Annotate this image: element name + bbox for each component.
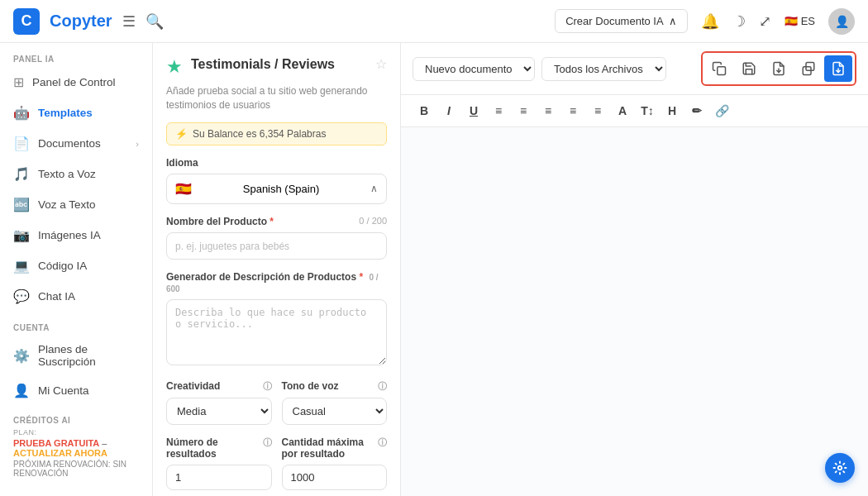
sidebar-item-texto-a-voz[interactable]: 🎵 Texto a Voz — [0, 159, 152, 189]
document-icon: 📄 — [13, 136, 30, 151]
sidebar-item-imagenes-ia[interactable]: 📷 Imágenes IA — [0, 220, 152, 250]
download-doc-icon[interactable] — [765, 55, 793, 82]
bell-icon[interactable]: 🔔 — [701, 12, 719, 31]
sidebar-item-templates[interactable]: 🤖 Templates — [0, 98, 152, 128]
logo-box: C — [13, 8, 40, 35]
description-label: Generador de Descripción de Productos * … — [166, 271, 387, 294]
all-files-select[interactable]: Todos los Archivos — [541, 57, 666, 81]
active-doc-icon[interactable] — [824, 55, 852, 82]
editor-panel: Nuevo documento Todos los Archivos — [401, 43, 868, 496]
numero-input[interactable] — [166, 465, 272, 490]
cantidad-info-icon[interactable]: ⓘ — [378, 436, 387, 460]
create-doc-button[interactable]: Crear Documento IA ∧ — [555, 9, 688, 33]
cuenta-section-label: CUENTA — [0, 312, 152, 336]
user-avatar[interactable]: 👤 — [828, 8, 855, 35]
sidebar-item-label: Imágenes IA — [38, 229, 101, 241]
required-mark2: * — [359, 271, 363, 283]
cantidad-label: Cantidad máxima por resultado ⓘ — [282, 436, 388, 460]
underline-button[interactable]: U — [462, 100, 485, 122]
duplicate-doc-icon[interactable] — [794, 55, 823, 82]
favorite-star-icon[interactable]: ☆ — [375, 56, 387, 72]
align-center-button[interactable]: ≡ — [512, 100, 535, 122]
template-title: Testimonials / Reviews — [191, 56, 335, 72]
tono-select[interactable]: Casual — [282, 398, 388, 425]
sidebar-item-label: Texto a Voz — [38, 168, 96, 180]
subscription-icon: ⚙️ — [13, 348, 30, 364]
pen-button[interactable]: ✏ — [685, 100, 708, 122]
justify-button[interactable]: ≡ — [561, 100, 584, 122]
menu-icon[interactable]: ☰ — [122, 12, 136, 31]
editor-toolbar-top: Nuevo documento Todos los Archivos — [401, 43, 868, 95]
creatividad-select[interactable]: Media — [166, 398, 272, 425]
tono-info-icon[interactable]: ⓘ — [378, 380, 387, 393]
sidebar-item-mi-cuenta[interactable]: 👤 Mi Cuenta — [0, 375, 152, 406]
sidebar-item-planes[interactable]: ⚙️ Planes de Suscripción — [0, 336, 152, 375]
sidebar-item-label: Voz a Texto — [38, 198, 96, 211]
sidebar-item-chat-ia[interactable]: 💬 Chat IA — [0, 281, 152, 312]
ai-floating-button[interactable] — [825, 453, 855, 483]
heading-button[interactable]: H — [661, 100, 684, 122]
bold-button[interactable]: B — [413, 100, 436, 122]
plan-label: PLAN: — [13, 428, 139, 436]
top-header: C Copyter ☰ 🔍 Crear Documento IA ∧ 🔔 ☽ ⤢… — [0, 0, 868, 43]
sidebar-item-voz-a-texto[interactable]: 🔤 Voz a Texto — [0, 189, 152, 220]
language-selector[interactable]: 🇪🇸 ES — [785, 15, 815, 27]
results-row: Número de resultados ⓘ Cantidad máxima p… — [166, 436, 387, 496]
header-right: Crear Documento IA ∧ 🔔 ☽ ⤢ 🇪🇸 ES 👤 — [555, 8, 855, 35]
sidebar-item-codigo-ia[interactable]: 💻 Código IA — [0, 250, 152, 281]
font-color-button[interactable]: A — [611, 100, 634, 122]
numero-label: Número de resultados ⓘ — [166, 436, 272, 460]
copy-doc-icon[interactable] — [705, 55, 733, 82]
numero-info-icon[interactable]: ⓘ — [263, 436, 272, 460]
moon-icon[interactable]: ☽ — [732, 12, 746, 31]
expand-icon[interactable]: ⤢ — [759, 12, 771, 31]
lang-code: ES — [801, 15, 815, 27]
plan-upgrade-link[interactable]: ACTUALIZAR AHORA — [13, 448, 107, 458]
product-name-input[interactable] — [166, 232, 387, 260]
plan-text: PRUEBA GRATUITA – ACTUALIZAR AHORA — [13, 438, 139, 458]
cantidad-group: Cantidad máxima por resultado ⓘ — [282, 436, 388, 490]
link-button[interactable]: 🔗 — [710, 100, 733, 122]
creatividad-group: Creatividad ⓘ Media — [166, 380, 272, 425]
product-name-label: Nombre del Producto * 0 / 200 — [166, 216, 387, 227]
product-name-group: Nombre del Producto * 0 / 200 — [166, 216, 387, 260]
template-description: Añade prueba social a tu sitio web gener… — [166, 84, 387, 112]
product-name-label-text: Nombre del Producto * — [166, 216, 274, 227]
plan-free-text: PRUEBA GRATUITA — [13, 438, 99, 448]
chevron-right-icon: › — [136, 139, 139, 149]
main-layout: PANEL IA ⊞ Panel de Control 🤖 Templates … — [0, 43, 868, 496]
description-textarea[interactable] — [166, 299, 387, 365]
sidebar-item-label: Mi Cuenta — [38, 384, 89, 397]
italic-button[interactable]: I — [437, 100, 460, 122]
flag-icon: 🇪🇸 — [175, 181, 192, 197]
cantidad-input[interactable] — [282, 465, 388, 490]
list-button[interactable]: ≡ — [586, 100, 609, 122]
font-size-button[interactable]: T↕ — [636, 100, 659, 122]
sidebar-item-label: Planes de Suscripción — [38, 343, 139, 368]
editor-body[interactable] — [401, 127, 868, 496]
search-icon[interactable]: 🔍 — [145, 12, 164, 31]
numero-group: Número de resultados ⓘ — [166, 436, 272, 490]
new-document-select[interactable]: Nuevo documento — [413, 57, 535, 81]
chevron-up-icon: ∧ — [669, 15, 677, 27]
tono-group: Tono de voz ⓘ Casual — [282, 380, 388, 425]
format-bar: B I U ≡ ≡ ≡ ≡ ≡ A T↕ H ✏ 🔗 — [401, 95, 868, 127]
bolt-icon: ⚡ — [175, 128, 188, 140]
template-star-icon: ★ — [166, 56, 183, 78]
logo-letter: C — [21, 12, 32, 30]
align-right-button[interactable]: ≡ — [537, 100, 560, 122]
sidebar-item-panel-control[interactable]: ⊞ Panel de Control — [0, 67, 152, 98]
sidebar: PANEL IA ⊞ Panel de Control 🤖 Templates … — [0, 43, 153, 496]
creatividad-label: Creatividad ⓘ — [166, 380, 272, 393]
plan-separator: – — [102, 438, 107, 448]
balance-badge: ⚡ Su Balance es 6,354 Palabras — [166, 122, 387, 145]
idioma-label: Idioma — [166, 157, 387, 169]
save-doc-icon[interactable] — [735, 55, 763, 82]
code-icon: 💻 — [13, 258, 30, 274]
sidebar-item-label: Código IA — [38, 260, 87, 272]
description-group: Generador de Descripción de Productos * … — [166, 271, 387, 369]
align-left-button[interactable]: ≡ — [487, 100, 510, 122]
sidebar-item-documentos[interactable]: 📄 Documentos › — [0, 128, 152, 159]
language-select[interactable]: 🇪🇸 Spanish (Spain) ∧ — [166, 174, 387, 204]
creatividad-info-icon[interactable]: ⓘ — [263, 380, 272, 393]
